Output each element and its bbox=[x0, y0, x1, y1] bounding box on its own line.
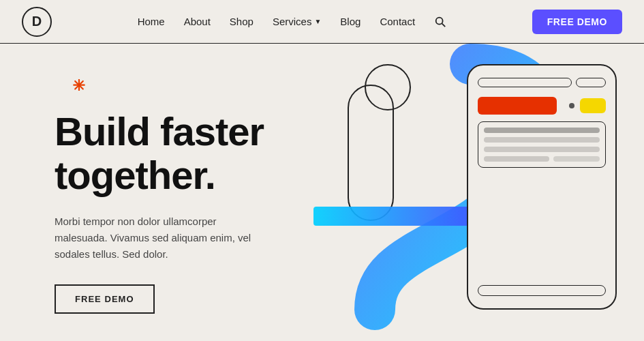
nav-links: Home About Shop Services ▼ Blog Contact bbox=[138, 16, 446, 28]
nav-about[interactable]: About bbox=[184, 16, 211, 27]
svg-point-0 bbox=[436, 17, 443, 24]
free-demo-button[interactable]: FREE DEMO bbox=[532, 10, 622, 34]
phone-content-box bbox=[478, 121, 606, 168]
nav-blog[interactable]: Blog bbox=[340, 16, 361, 27]
content-line-row bbox=[484, 156, 600, 162]
phone-pill-short bbox=[576, 78, 606, 87]
logo-letter: D bbox=[32, 14, 42, 29]
nav-home[interactable]: Home bbox=[138, 16, 165, 27]
search-icon[interactable] bbox=[434, 16, 446, 28]
vertical-pill-shape bbox=[348, 85, 394, 221]
hero-title-line2: together. bbox=[55, 153, 215, 197]
navbar: D Home About Shop Services ▼ Blog Contac… bbox=[0, 0, 644, 44]
asterisk-icon bbox=[55, 79, 104, 91]
hero-section: Build faster together. Morbi tempor non … bbox=[0, 44, 644, 341]
nav-right: FREE DEMO bbox=[532, 10, 622, 34]
content-line-4b bbox=[553, 156, 600, 162]
hero-title: Build faster together. bbox=[55, 110, 327, 197]
phone-top-row bbox=[478, 78, 606, 87]
toggle-thumb bbox=[569, 103, 574, 108]
yellow-pill bbox=[580, 98, 606, 113]
nav-services[interactable]: Services ▼ bbox=[273, 16, 321, 27]
phone-red-bar bbox=[478, 97, 557, 115]
toggle-icon bbox=[561, 102, 576, 110]
chevron-down-icon: ▼ bbox=[314, 18, 321, 25]
hero-subtitle: Morbi tempor non dolor ullamcorper males… bbox=[55, 213, 259, 263]
content-line-4a bbox=[484, 156, 549, 162]
nav-shop[interactable]: Shop bbox=[230, 16, 254, 27]
phone-mockup bbox=[467, 64, 617, 310]
phone-red-row bbox=[478, 97, 606, 115]
logo[interactable]: D bbox=[22, 7, 52, 37]
phone-pill-long bbox=[478, 78, 572, 87]
content-line-3 bbox=[484, 147, 600, 152]
content-line-2 bbox=[484, 137, 600, 143]
content-line-1 bbox=[484, 128, 600, 133]
phone-bottom-bar bbox=[478, 285, 606, 296]
hero-title-line1: Build faster bbox=[55, 109, 264, 153]
hero-illustration bbox=[327, 44, 644, 341]
hero-left: Build faster together. Morbi tempor non … bbox=[0, 44, 327, 341]
hero-cta-button[interactable]: FREE DEMO bbox=[55, 284, 155, 314]
svg-line-1 bbox=[442, 23, 446, 27]
nav-services-label: Services bbox=[273, 16, 312, 27]
nav-contact[interactable]: Contact bbox=[380, 16, 415, 27]
